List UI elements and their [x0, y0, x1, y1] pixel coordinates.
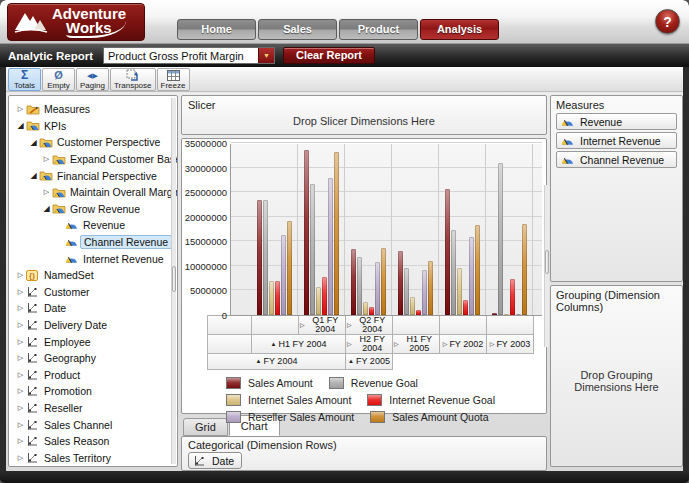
- tree-item-grow-revenue[interactable]: ◢Grow Revenue: [13, 201, 169, 218]
- measure-chip-channel-revenue[interactable]: Channel Revenue: [556, 151, 677, 168]
- internet-sales-amount-bar[interactable]: [410, 297, 415, 315]
- tree-item-channel-revenue[interactable]: Channel Revenue: [13, 234, 169, 251]
- expand-arrow-icon[interactable]: ▷: [41, 155, 52, 163]
- sales-amount-bar[interactable]: [398, 251, 403, 315]
- view-tab-grid[interactable]: Grid: [183, 418, 228, 436]
- tree-item-namedset[interactable]: ▷{)NamedSet: [13, 267, 169, 284]
- expand-arrow-icon[interactable]: ▷: [15, 105, 26, 113]
- axis-cell-fy-2002[interactable]: ▷FY 2002: [439, 334, 487, 354]
- expand-arrow-icon[interactable]: ▷: [15, 437, 26, 445]
- tree-scrollbar-thumb[interactable]: [172, 266, 176, 292]
- measure-chip-revenue[interactable]: Revenue: [556, 113, 677, 130]
- tree-item-geography[interactable]: ▷Geography: [13, 350, 169, 367]
- nav-tab-home[interactable]: Home: [177, 19, 256, 40]
- tree-item-internet-revenue[interactable]: Internet Revenue: [13, 250, 169, 267]
- collapse-arrow-icon[interactable]: ◢: [15, 121, 26, 130]
- tree-item-ship-date[interactable]: ▷Ship Date: [13, 466, 169, 467]
- clear-report-button[interactable]: Clear Report: [283, 47, 375, 64]
- dropdown-arrow-icon[interactable]: ▼: [258, 48, 274, 63]
- expand-arrow-icon[interactable]: ▷: [347, 321, 352, 330]
- tree-item-expand-customer-base[interactable]: ▷Expand Customer Base: [13, 151, 169, 168]
- toolbar-button-paging[interactable]: ◀▶Paging: [76, 68, 109, 91]
- sales-amount-quota-bar[interactable]: [334, 152, 339, 315]
- tree-item-reseller[interactable]: ▷Reseller: [13, 400, 169, 417]
- collapse-arrow-icon[interactable]: ▲: [348, 357, 354, 366]
- toolbar-button-empty[interactable]: ØEmpty: [42, 68, 75, 91]
- axis-cell-q2-fy-2004[interactable]: ▷Q2 FY 2004: [345, 315, 393, 335]
- collapse-arrow-icon[interactable]: ▲: [271, 340, 277, 349]
- slicer-panel[interactable]: Slicer Drop Slicer Dimensions Here: [181, 95, 547, 135]
- expand-arrow-icon[interactable]: ▷: [15, 338, 26, 346]
- axis-cell-h1-fy-2005[interactable]: ▷H1 FY 2005: [392, 334, 440, 354]
- expand-arrow-icon[interactable]: ▷: [15, 321, 26, 329]
- date-dimension-chip[interactable]: Date: [188, 452, 242, 469]
- toolbar-button-transpose[interactable]: Transpose: [110, 68, 156, 91]
- grouping-panel[interactable]: Grouping (Dimension Columns) Drop Groupi…: [550, 285, 683, 467]
- tree-scrollbar[interactable]: [171, 98, 176, 464]
- axis-cell-fy-2003[interactable]: ▷FY 2003: [486, 334, 534, 354]
- tree-item-measures[interactable]: ▷Measures: [13, 101, 169, 118]
- sales-amount-bar[interactable]: [492, 313, 497, 315]
- revenue-goal-bar[interactable]: [451, 230, 456, 315]
- tree-item-revenue[interactable]: Revenue: [13, 217, 169, 234]
- tree-item-maintain-overall-margins[interactable]: ▷Maintain Overall Margins: [13, 184, 169, 201]
- axis-cell-h2-fy-2004[interactable]: ▷H2 FY 2004: [345, 334, 393, 354]
- sales-amount-bar[interactable]: [445, 189, 450, 315]
- collapse-arrow-icon[interactable]: ▲: [256, 357, 262, 366]
- internet-revenue-goal-bar[interactable]: [416, 310, 421, 315]
- collapse-arrow-icon[interactable]: ◢: [28, 138, 39, 147]
- expand-arrow-icon[interactable]: ▷: [15, 271, 26, 279]
- help-button[interactable]: ?: [655, 9, 680, 34]
- internet-revenue-goal-bar[interactable]: [510, 279, 515, 315]
- tree-item-customer[interactable]: ▷Customer: [13, 284, 169, 301]
- report-selector[interactable]: Product Gross Profit Margin ▼: [103, 47, 275, 64]
- sales-amount-quota-bar[interactable]: [428, 261, 433, 315]
- internet-sales-amount-bar[interactable]: [269, 281, 274, 315]
- expand-arrow-icon[interactable]: ▷: [394, 340, 399, 349]
- sales-amount-bar[interactable]: [304, 150, 309, 315]
- internet-sales-amount-bar[interactable]: [363, 302, 368, 315]
- collapse-arrow-icon[interactable]: ◢: [41, 204, 52, 213]
- expand-arrow-icon[interactable]: ▷: [15, 288, 26, 296]
- measure-chip-internet-revenue[interactable]: Internet Revenue: [556, 132, 677, 149]
- expand-arrow-icon[interactable]: ▷: [15, 404, 26, 412]
- tree-item-employee[interactable]: ▷Employee: [13, 333, 169, 350]
- collapse-arrow-icon[interactable]: ◢: [28, 171, 39, 180]
- revenue-goal-bar[interactable]: [357, 257, 362, 315]
- internet-revenue-goal-bar[interactable]: [369, 307, 374, 315]
- sales-amount-bar[interactable]: [351, 249, 356, 315]
- nav-tab-sales[interactable]: Sales: [258, 19, 337, 40]
- axis-cell-h1-fy-2004[interactable]: ▲H1 FY 2004: [251, 334, 346, 354]
- tree-item-financial-perspective[interactable]: ◢Financial Perspective: [13, 167, 169, 184]
- center-scrollbar-thumb[interactable]: [545, 250, 549, 274]
- revenue-goal-bar[interactable]: [310, 184, 315, 315]
- revenue-goal-bar[interactable]: [498, 163, 503, 315]
- tree-item-promotion[interactable]: ▷Promotion: [13, 383, 169, 400]
- categorical-panel[interactable]: Categorical (Dimension Rows) Date: [181, 436, 547, 471]
- expand-arrow-icon[interactable]: ▷: [15, 304, 26, 312]
- expand-arrow-icon[interactable]: ▷: [300, 321, 305, 330]
- expand-arrow-icon[interactable]: ▷: [347, 340, 352, 349]
- reseller-sales-amount-bar[interactable]: [328, 178, 333, 315]
- tree-item-kpis[interactable]: ◢KPIs: [13, 118, 169, 135]
- toolbar-button-totals[interactable]: ΣTotals: [8, 68, 41, 91]
- internet-revenue-goal-bar[interactable]: [322, 277, 327, 315]
- reseller-sales-amount-bar[interactable]: [469, 237, 474, 315]
- internet-sales-amount-bar[interactable]: [504, 314, 509, 315]
- tree-item-sales-territory[interactable]: ▷Sales Territory: [13, 449, 169, 466]
- axis-cell-fy-2004[interactable]: ▲FY 2004: [207, 353, 346, 370]
- nav-tab-product[interactable]: Product: [339, 19, 418, 40]
- sales-amount-quota-bar[interactable]: [381, 248, 386, 315]
- internet-revenue-goal-bar[interactable]: [275, 281, 280, 315]
- tree-item-delivery-date[interactable]: ▷Delivery Date: [13, 317, 169, 334]
- expand-arrow-icon[interactable]: ▷: [443, 340, 448, 349]
- internet-sales-amount-bar[interactable]: [316, 287, 321, 315]
- sales-amount-quota-bar[interactable]: [287, 221, 292, 315]
- sales-amount-quota-bar[interactable]: [522, 224, 527, 315]
- revenue-goal-bar[interactable]: [263, 200, 268, 315]
- tree-item-customer-perspective[interactable]: ◢Customer Perspective: [13, 134, 169, 151]
- expand-arrow-icon[interactable]: ▷: [41, 188, 52, 196]
- expand-arrow-icon[interactable]: ▷: [15, 371, 26, 379]
- reseller-sales-amount-bar[interactable]: [281, 235, 286, 315]
- axis-cell-q1-fy-2004[interactable]: ▷Q1 FY 2004: [298, 315, 346, 335]
